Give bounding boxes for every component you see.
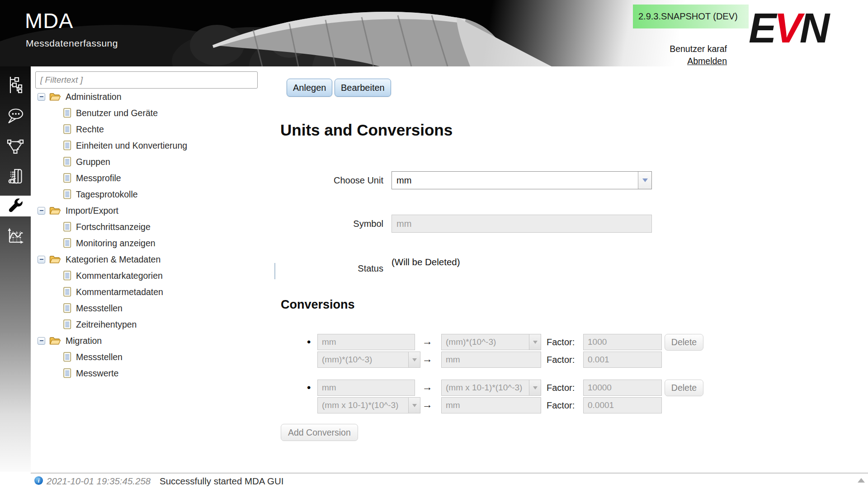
choose-unit-label: Choose Unit xyxy=(257,171,383,189)
conversions-list: • mm → (mm)*(10^-3) Factor: 1000 Delete … xyxy=(281,334,715,425)
collapse-toggle-icon[interactable] xyxy=(38,207,45,215)
rail-item-hierarchy[interactable] xyxy=(0,75,31,95)
document-icon xyxy=(63,141,71,150)
tree-doc-item[interactable]: Messstellen xyxy=(31,349,275,365)
folder-open-icon xyxy=(49,92,61,101)
conversion-target-field: mm xyxy=(441,397,541,413)
conversion-forward-line: • mm → (mm x 10-1)*(10^-3) Factor: 10000… xyxy=(281,380,715,396)
tree-folder-item[interactable]: Kategorien & Metadaten xyxy=(31,251,275,267)
edit-button[interactable]: Bearbeiten xyxy=(335,79,391,97)
tree-folder-item[interactable]: Administration xyxy=(31,89,275,105)
dropdown-arrow-button[interactable] xyxy=(638,172,651,189)
document-icon xyxy=(63,222,71,232)
tree-doc-item[interactable]: Tagesprotokolle xyxy=(31,186,275,202)
document-icon xyxy=(63,319,71,329)
symbol-field: mm xyxy=(392,215,652,233)
statusbar-message: Successfully started MDA GUI xyxy=(160,476,284,487)
document-icon xyxy=(63,157,71,167)
collapse-toggle-icon[interactable] xyxy=(38,256,45,263)
rail-item-charts[interactable] xyxy=(0,225,31,246)
factor-label: Factor: xyxy=(547,334,575,350)
arrow-right-icon: → xyxy=(417,381,438,393)
document-icon xyxy=(63,173,71,183)
create-button[interactable]: Anlegen xyxy=(287,79,332,97)
factor-label: Factor: xyxy=(547,380,575,396)
tree-doc-item[interactable]: Messprofile xyxy=(31,170,275,186)
statusbar-timestamp: 2021-10-01 19:35:45.258 xyxy=(47,476,151,487)
document-icon xyxy=(63,271,71,281)
add-conversion-button[interactable]: Add Conversion xyxy=(281,424,358,441)
delete-button[interactable]: Delete xyxy=(665,380,703,396)
conversion-source-combobox: (mm)*(10^-3) xyxy=(317,352,420,368)
conversion-source-field: mm xyxy=(317,334,415,350)
hierarchy-icon xyxy=(6,75,24,94)
resize-grip-icon[interactable] xyxy=(858,478,865,483)
status-label: Status xyxy=(257,259,383,277)
document-icon xyxy=(63,287,71,297)
tree-doc-item[interactable]: Gruppen xyxy=(31,154,275,170)
document-icon xyxy=(63,189,71,199)
user-name: Benutzer karaf xyxy=(624,44,727,54)
rail-item-protocol[interactable] xyxy=(0,166,31,187)
arrow-right-icon: → xyxy=(417,353,438,365)
factor-field: 1000 xyxy=(583,334,662,350)
tree-doc-item[interactable]: Kommentarmetadaten xyxy=(31,284,275,300)
conversion-target-combobox: (mm x 10-1)*(10^-3) xyxy=(441,380,541,396)
tree-doc-item[interactable]: Fortschrittsanzeige xyxy=(31,219,275,235)
conversion-backward-line: (mm x 10-1)*(10^-3) → mm Factor: 0.0001 xyxy=(281,397,715,413)
tree-doc-item[interactable]: Rechte xyxy=(31,121,275,137)
document-icon xyxy=(63,108,71,118)
navigation-tree-panel: Administration Benutzer und Geräte Recht xyxy=(31,66,275,472)
document-icon xyxy=(63,352,71,362)
conversion-pair: • mm → (mm x 10-1)*(10^-3) Factor: 10000… xyxy=(281,380,715,413)
tree-doc-item[interactable]: Monitoring anzeigen xyxy=(31,235,275,251)
collapse-toggle-icon[interactable] xyxy=(38,93,45,101)
info-icon: i xyxy=(34,476,43,485)
chevron-down-icon xyxy=(412,358,417,361)
evn-logo: EVN xyxy=(749,5,827,51)
folder-open-icon xyxy=(49,255,61,264)
tree-folder-item[interactable]: Migration xyxy=(31,333,275,349)
conversion-source-field: mm xyxy=(317,380,415,396)
arrow-right-icon: → xyxy=(417,335,438,347)
chart-icon xyxy=(6,227,24,245)
chevron-down-icon xyxy=(533,386,538,389)
tree-doc-item[interactable]: Kommentarkategorien xyxy=(31,267,275,284)
chevron-down-icon xyxy=(412,404,417,407)
document-icon xyxy=(63,368,71,378)
chevron-down-icon xyxy=(642,178,648,182)
rail-item-comments[interactable] xyxy=(0,106,31,127)
choose-unit-combobox[interactable]: mm xyxy=(392,171,652,189)
app-header: MDA Messdatenerfassung 2.9.3.SNAPSHOT (D… xyxy=(0,0,868,66)
workflow-icon xyxy=(6,138,24,155)
conversion-backward-line: (mm)*(10^-3) → mm Factor: 0.001 xyxy=(281,352,715,368)
collapse-toggle-icon[interactable] xyxy=(38,337,45,345)
factor-label: Factor: xyxy=(547,352,575,368)
delete-button[interactable]: Delete xyxy=(665,334,703,351)
folder-open-icon xyxy=(49,206,61,215)
splitter-caret xyxy=(274,263,275,279)
choose-unit-value: mm xyxy=(392,172,638,189)
tree-doc-item[interactable]: Zeitreihentypen xyxy=(31,316,275,333)
conversion-pair: • mm → (mm)*(10^-3) Factor: 1000 Delete … xyxy=(281,334,715,368)
tree-doc-item[interactable]: Messwerte xyxy=(31,365,275,381)
factor-field: 10000 xyxy=(583,380,662,396)
rail-item-administration[interactable] xyxy=(0,196,31,216)
logout-link[interactable]: Abmelden xyxy=(624,56,727,66)
document-icon xyxy=(63,124,71,134)
factor-label: Factor: xyxy=(547,397,575,413)
bullet-icon: • xyxy=(307,380,311,395)
tree-folder-item[interactable]: Import/Export xyxy=(31,202,275,219)
tree-doc-item[interactable]: Benutzer und Geräte xyxy=(31,105,275,121)
chevron-down-icon xyxy=(533,341,538,344)
conversion-forward-line: • mm → (mm)*(10^-3) Factor: 1000 Delete xyxy=(281,334,715,350)
conversion-source-combobox: (mm x 10-1)*(10^-3) xyxy=(317,397,420,413)
rail-item-workflow[interactable] xyxy=(0,136,31,157)
tree-doc-item[interactable]: Messstellen xyxy=(31,300,275,316)
tree-doc-item[interactable]: Einheiten und Konvertierung xyxy=(31,137,275,154)
icon-rail xyxy=(0,66,31,472)
symbol-label: Symbol xyxy=(257,215,383,233)
document-icon xyxy=(63,238,71,248)
filter-input[interactable] xyxy=(35,71,258,89)
factor-field: 0.0001 xyxy=(583,397,662,413)
